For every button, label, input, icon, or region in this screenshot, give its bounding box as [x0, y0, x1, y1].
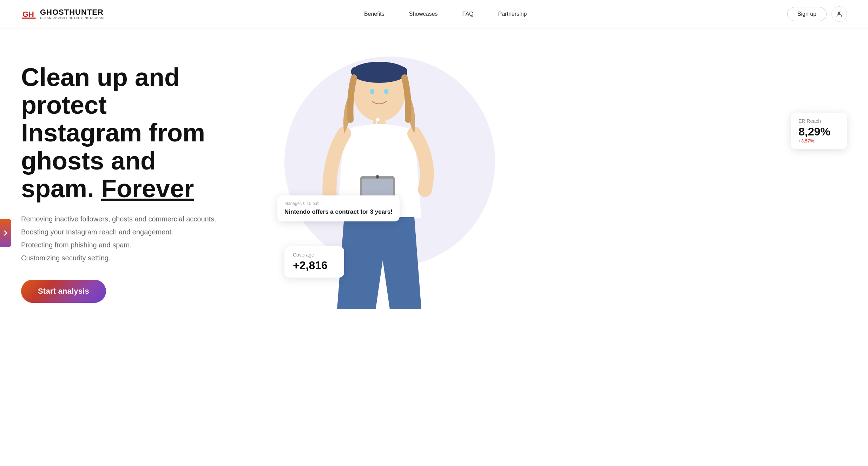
svg-point-12: [376, 175, 379, 179]
coverage-card: Coverage +2,816: [284, 246, 344, 278]
message-text: Nintendo offers a contract for 3 years!: [284, 208, 393, 216]
sidebar-arrow-icon: [3, 229, 8, 237]
logo-main-text: GHOSTHUNTER: [40, 8, 104, 16]
hero-bullets: Removing inactive followers, ghosts and …: [21, 215, 267, 262]
sidebar-tab[interactable]: [0, 219, 11, 247]
message-meta: Manager, 6:15 p.m.: [284, 201, 393, 206]
bullet-2: Boosting your Instagram reach and engage…: [21, 228, 267, 236]
nav-benefits[interactable]: Benefits: [364, 11, 384, 17]
nav-right: Sign up: [787, 6, 847, 22]
start-analysis-button[interactable]: Start analysis: [21, 280, 106, 303]
svg-point-8: [384, 89, 388, 94]
user-icon: [836, 11, 843, 18]
svg-point-3: [838, 12, 841, 14]
coverage-value: +2,816: [293, 259, 336, 272]
er-reach-value: 8,29%: [798, 125, 839, 138]
bullet-1: Removing inactive followers, ghosts and …: [21, 215, 267, 223]
heading-line3: spam.: [21, 174, 101, 202]
svg-text:GH: GH: [22, 10, 34, 19]
signup-button[interactable]: Sign up: [787, 7, 827, 21]
nav-faq[interactable]: FAQ: [462, 11, 474, 17]
hero-heading: Clean up and protect Instagram from ghos…: [21, 64, 267, 202]
logo-text: GHOSTHUNTER CLEAN UP AND PROTECT INSTAGR…: [40, 8, 104, 20]
coverage-label: Coverage: [293, 252, 336, 258]
logo[interactable]: GH GHOSTHUNTER CLEAN UP AND PROTECT INST…: [21, 6, 104, 22]
heading-forever: Forever: [101, 174, 194, 202]
logo-sub-text: CLEAN UP AND PROTECT INSTAGRAM: [40, 16, 104, 20]
heading-line1: Clean up and protect: [21, 63, 180, 119]
svg-rect-6: [351, 67, 407, 76]
hero-right: ER Reach 8,29% +3,57% Manager, 6:15 p.m.…: [267, 49, 847, 313]
navbar: GH GHOSTHUNTER CLEAN UP AND PROTECT INST…: [0, 0, 868, 28]
heading-line2: Instagram from ghosts and: [21, 119, 205, 174]
nav-showcases[interactable]: Showcases: [409, 11, 438, 17]
nav-links: Benefits Showcases FAQ Partnership: [364, 11, 527, 17]
logo-icon: GH: [21, 6, 37, 22]
er-reach-label: ER Reach: [798, 118, 839, 124]
svg-point-13: [376, 118, 380, 121]
bullet-3: Protecting from phishing and spam.: [21, 241, 267, 249]
svg-rect-2: [22, 18, 36, 19]
bullet-4: Customizing security setting.: [21, 254, 267, 262]
user-icon-button[interactable]: [831, 6, 847, 22]
er-reach-change: +3,57%: [798, 138, 839, 144]
hero-section: Clean up and protect Instagram from ghos…: [0, 28, 868, 313]
message-card: Manager, 6:15 p.m. Nintendo offers a con…: [277, 195, 400, 221]
hero-left: Clean up and protect Instagram from ghos…: [21, 49, 267, 303]
nav-partnership[interactable]: Partnership: [498, 11, 527, 17]
er-reach-card: ER Reach 8,29% +3,57%: [791, 113, 847, 149]
svg-point-7: [370, 89, 374, 94]
